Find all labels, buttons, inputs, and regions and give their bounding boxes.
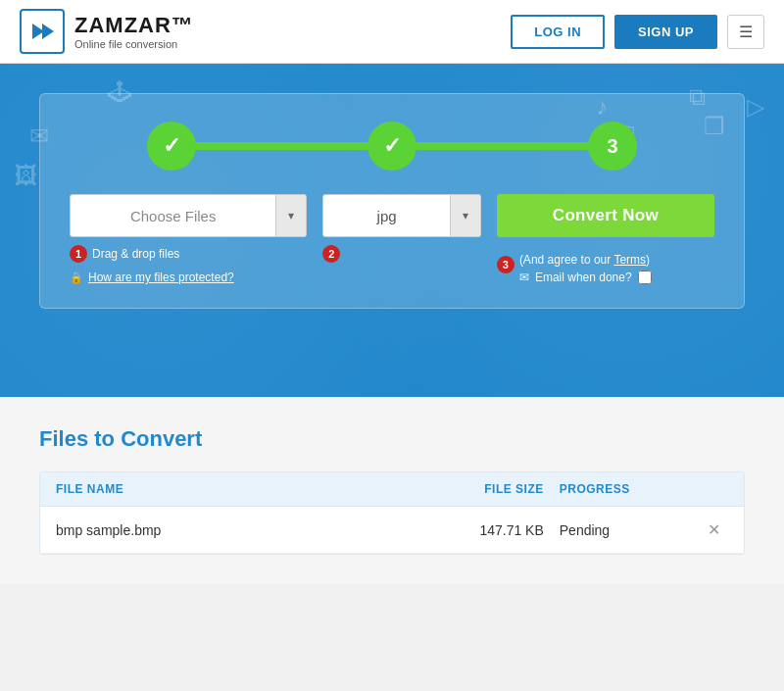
convert-col: Convert Now 3 (And agree to our Terms) ✉… <box>497 194 714 284</box>
progress-steps: ✓ ✓ 3 <box>147 122 637 171</box>
format-label: jpg <box>323 208 450 224</box>
table-row: bmp sample.bmp 147.71 KB Pending ✕ <box>40 507 744 554</box>
step-1-badge: 1 <box>70 245 87 263</box>
col-size-header: FILE SIZE <box>405 482 544 496</box>
convert-now-button[interactable]: Convert Now <box>497 194 714 237</box>
logo-text: ZAMZAR™ Online file conversion <box>74 13 194 50</box>
signup-button[interactable]: SIGN UP <box>614 15 717 49</box>
converter-form-row: Choose Files ▾ 1 Drag & drop files 🔒 How… <box>70 194 714 284</box>
header-actions: LOG IN SIGN UP ☰ <box>511 15 764 49</box>
play-doodle-icon: ▷ <box>747 93 764 121</box>
format-arrow-icon: ▾ <box>450 195 480 236</box>
terms-link[interactable]: Terms <box>613 253 646 267</box>
files-title-static: Files to <box>39 426 121 451</box>
table-header: FILE NAME FILE SIZE PROGRESS <box>40 472 744 507</box>
choose-files-label: Choose Files <box>71 208 275 224</box>
step-2-circle: ✓ <box>368 122 416 171</box>
file-remove-button[interactable]: ✕ <box>699 520 728 539</box>
file-protection-link[interactable]: How are my files protected? <box>88 271 234 284</box>
step-3-circle: 3 <box>588 122 637 171</box>
col-action-header <box>699 482 728 496</box>
files-table: FILE NAME FILE SIZE PROGRESS bmp sample.… <box>39 471 745 555</box>
files-title-dynamic: Convert <box>121 426 202 451</box>
choose-files-arrow-icon: ▾ <box>275 195 306 236</box>
drag-drop-hint: Drag & drop files <box>92 247 179 261</box>
progress-bar: ✓ ✓ 3 <box>70 122 714 171</box>
site-header: ZAMZAR™ Online file conversion LOG IN SI… <box>0 0 784 64</box>
format-col: jpg ▾ 2 <box>322 194 481 263</box>
terms-end: ) <box>646 253 650 267</box>
choose-files-button[interactable]: Choose Files ▾ <box>70 194 307 237</box>
login-button[interactable]: LOG IN <box>511 15 605 49</box>
step-1-circle: ✓ <box>147 122 196 171</box>
col-name-header: FILE NAME <box>56 482 405 496</box>
col-progress-header: PROGRESS <box>544 482 699 496</box>
img1-doodle-icon: 🖼 <box>15 162 38 189</box>
step-1-hint: 1 Drag & drop files <box>70 245 179 263</box>
files-section: Files to Convert FILE NAME FILE SIZE PRO… <box>0 397 784 584</box>
step-2-badge: 2 <box>322 245 340 263</box>
file-size-cell: 147.71 KB <box>405 522 544 538</box>
email-when-done-label: Email when done? <box>535 271 632 284</box>
terms-text: (And agree to our Terms) <box>519 253 652 267</box>
terms-row: (And agree to our Terms) ✉ Email when do… <box>519 253 652 284</box>
hero-section: 🕹 ✉ ♪ ♫ ⧉ ❐ ▷ 🖼 ✓ ✓ 3 Choose Files ▾ <box>0 64 784 397</box>
logo-subtitle: Online file conversion <box>74 38 194 50</box>
step-2-hint: 2 <box>322 245 340 263</box>
email-when-done-row: ✉ Email when done? <box>519 271 652 284</box>
svg-marker-1 <box>42 24 54 39</box>
file-name-cell: bmp sample.bmp <box>56 522 405 538</box>
terms-static: (And agree to our <box>519 253 614 267</box>
logo-icon <box>20 9 65 54</box>
step-3-hint: 3 (And agree to our Terms) ✉ Email when … <box>497 245 652 284</box>
conversion-card: ✓ ✓ 3 Choose Files ▾ 1 Drag & drop files… <box>39 93 745 309</box>
files-title: Files to Convert <box>39 426 745 452</box>
file-progress-cell: Pending <box>544 522 699 538</box>
format-select-button[interactable]: jpg ▾ <box>322 194 481 237</box>
logo-area: ZAMZAR™ Online file conversion <box>20 9 194 54</box>
logo-title: ZAMZAR™ <box>74 13 194 38</box>
email-icon: ✉ <box>519 271 529 284</box>
choose-files-col: Choose Files ▾ 1 Drag & drop files 🔒 How… <box>70 194 307 284</box>
email-when-done-checkbox[interactable] <box>638 271 652 284</box>
step-3-badge: 3 <box>497 256 514 273</box>
lock-icon: 🔒 <box>70 271 83 284</box>
menu-button[interactable]: ☰ <box>727 15 764 49</box>
file-protection-hint: 🔒 How are my files protected? <box>70 271 234 284</box>
